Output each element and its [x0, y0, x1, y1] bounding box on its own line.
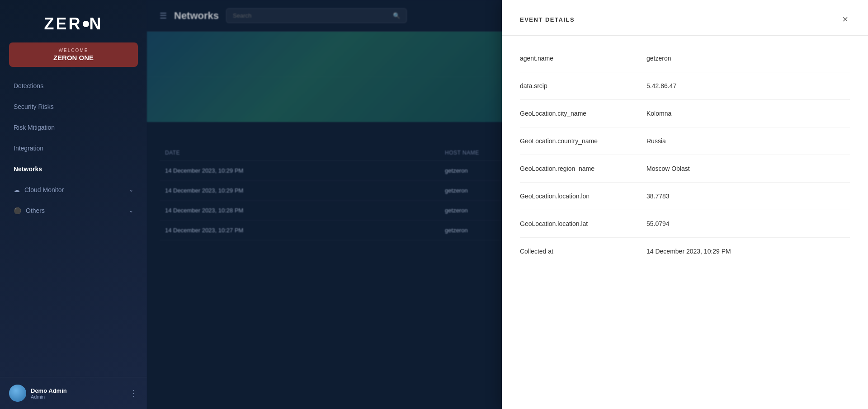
field-key-collected-at: Collected at [520, 248, 646, 255]
cell-date: 14 December 2023, 10:28 PM [160, 201, 439, 221]
chevron-down-icon: ⌄ [129, 187, 133, 193]
app-logo: ZERN [44, 14, 103, 33]
event-field-city: GeoLocation.city_name Kolomna [520, 100, 850, 127]
sidebar: ZERN WELCOME ZERON ONE Detections Securi… [0, 0, 147, 409]
cloud-monitor-label: Cloud Monitor [24, 186, 124, 193]
field-value-lon: 38.7783 [646, 193, 670, 200]
close-button[interactable]: × [840, 13, 850, 26]
field-key-lon: GeoLocation.location.lon [520, 193, 646, 200]
event-field-country: GeoLocation.country_name Russia [520, 127, 850, 155]
field-key-city: GeoLocation.city_name [520, 110, 646, 117]
globe-icon: ⚫ [14, 207, 21, 214]
sidebar-item-risk-mitigation[interactable]: Risk Mitigation [5, 118, 142, 137]
cloud-icon: ☁ [14, 186, 20, 193]
field-value-city: Kolomna [646, 110, 671, 117]
event-field-lon: GeoLocation.location.lon 38.7783 [520, 183, 850, 210]
search-bar[interactable]: 🔍 [226, 8, 407, 23]
others-label: Others [26, 207, 124, 214]
field-value-srcip: 5.42.86.47 [646, 82, 676, 89]
logo-area: ZERN [0, 0, 147, 42]
sidebar-nav: Detections Security Risks Risk Mitigatio… [0, 76, 147, 377]
event-details-panel: EVENT DETAILS × agent.name getzeron data… [502, 0, 868, 409]
cell-date: 14 December 2023, 10:27 PM [160, 221, 439, 240]
sidebar-item-security-risks[interactable]: Security Risks [5, 97, 142, 117]
sidebar-item-integration[interactable]: Integration [5, 138, 142, 158]
col-date: Date [160, 145, 439, 161]
cell-date: 14 December 2023, 10:29 PM [160, 181, 439, 201]
more-options-button[interactable]: ⋮ [130, 388, 138, 398]
field-value-region: Moscow Oblast [646, 165, 690, 172]
sidebar-item-detections[interactable]: Detections [5, 76, 142, 96]
sidebar-footer: Demo Admin Admin ⋮ [0, 377, 147, 409]
field-key-agent-name: agent.name [520, 55, 646, 62]
avatar [9, 385, 26, 402]
menu-icon[interactable]: ☰ [160, 11, 167, 21]
logo-text-before: ZER [44, 14, 82, 33]
event-panel-title: EVENT DETAILS [520, 16, 575, 23]
cell-date: 14 December 2023, 10:29 PM [160, 161, 439, 181]
page-title: Networks [174, 10, 219, 22]
field-key-region: GeoLocation.region_name [520, 165, 646, 172]
chevron-down-icon-2: ⌄ [129, 207, 133, 214]
field-value-country: Russia [646, 137, 666, 145]
sidebar-item-networks[interactable]: Networks [5, 159, 142, 179]
welcome-name: ZERON ONE [16, 54, 131, 61]
field-key-lat: GeoLocation.location.lat [520, 220, 646, 227]
event-field-lat: GeoLocation.location.lat 55.0794 [520, 210, 850, 238]
user-info: Demo Admin Admin [31, 387, 125, 400]
sidebar-item-cloud-monitor[interactable]: ☁ Cloud Monitor ⌄ [5, 180, 142, 200]
event-field-collected-at: Collected at 14 December 2023, 10:29 PM [520, 238, 850, 265]
event-panel-body: agent.name getzeron data.srcip 5.42.86.4… [502, 36, 868, 409]
event-panel-header: EVENT DETAILS × [502, 0, 868, 36]
logo-text-after: N [90, 14, 103, 33]
avatar-image [9, 385, 26, 402]
event-field-region: GeoLocation.region_name Moscow Oblast [520, 155, 850, 183]
field-key-srcip: data.srcip [520, 82, 646, 89]
search-icon[interactable]: 🔍 [393, 12, 400, 19]
event-field-srcip: data.srcip 5.42.86.47 [520, 72, 850, 100]
search-input[interactable] [233, 12, 389, 19]
event-field-agent-name: agent.name getzeron [520, 45, 850, 72]
field-value-collected-at: 14 December 2023, 10:29 PM [646, 248, 731, 255]
welcome-label: WELCOME [16, 48, 131, 53]
logo-circle-icon [83, 21, 89, 27]
field-value-agent-name: getzeron [646, 55, 671, 62]
welcome-box: WELCOME ZERON ONE [9, 42, 138, 67]
field-key-country: GeoLocation.country_name [520, 137, 646, 145]
user-name: Demo Admin [31, 387, 125, 394]
user-role: Admin [31, 394, 125, 400]
field-value-lat: 55.0794 [646, 220, 670, 227]
sidebar-item-others[interactable]: ⚫ Others ⌄ [5, 201, 142, 221]
